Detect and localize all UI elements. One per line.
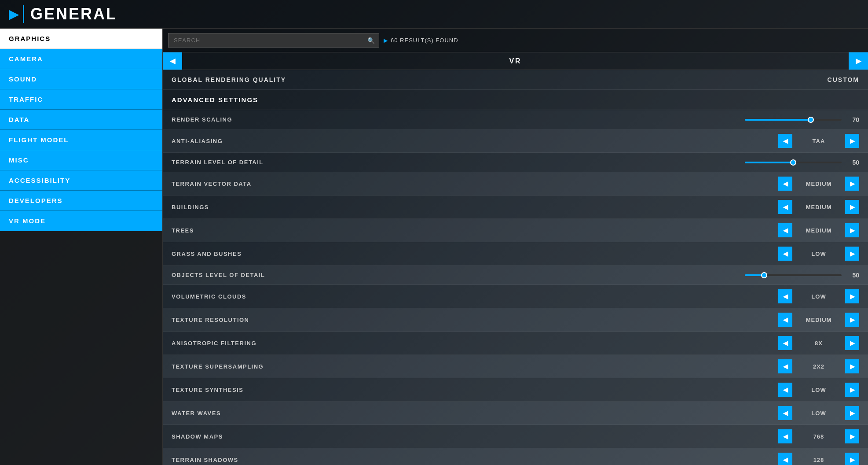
setting-control-render-scaling: 70 xyxy=(348,116,859,123)
sidebar-item-developers[interactable]: DEVELOPERS xyxy=(0,191,162,211)
setting-row-terrain-shadows: TERRAIN SHADOWS ◀ 128 ▶ xyxy=(163,448,868,465)
select-next-aniso-filter[interactable]: ▶ xyxy=(845,336,859,350)
select-prev-anti-aliasing[interactable]: ◀ xyxy=(778,134,792,148)
select-value-terrain-vector: MEDIUM xyxy=(792,181,845,187)
header: ▶ GENERAL xyxy=(0,0,868,29)
setting-row-trees: TREES ◀ MEDIUM ▶ xyxy=(163,219,868,242)
sidebar-item-traffic[interactable]: TRAFFIC xyxy=(0,89,162,110)
select-volumetric-clouds: ◀ LOW ▶ xyxy=(778,289,859,303)
setting-name-buildings: BUILDINGS xyxy=(172,204,348,210)
tab-prev-button[interactable]: ◀ xyxy=(163,52,182,70)
sidebar-item-misc[interactable]: MISC xyxy=(0,150,162,170)
select-value-terrain-shadows: 128 xyxy=(792,457,845,463)
slider-value-render-scaling: 70 xyxy=(846,116,859,123)
setting-control-objects-lod: 50 xyxy=(348,272,859,279)
select-next-buildings[interactable]: ▶ xyxy=(845,200,859,214)
select-value-trees: MEDIUM xyxy=(792,227,845,234)
select-prev-terrain-vector[interactable]: ◀ xyxy=(778,177,792,191)
header-divider xyxy=(23,5,24,23)
select-prev-shadow-maps[interactable]: ◀ xyxy=(778,429,792,443)
setting-control-texture-synth: ◀ LOW ▶ xyxy=(348,383,859,397)
select-prev-volumetric-clouds[interactable]: ◀ xyxy=(778,289,792,303)
select-next-texture-synth[interactable]: ▶ xyxy=(845,383,859,397)
select-prev-grass[interactable]: ◀ xyxy=(778,247,792,261)
select-anti-aliasing: ◀ TAA ▶ xyxy=(778,134,859,148)
select-value-aniso-filter: 8X xyxy=(792,340,845,347)
select-prev-texture-res[interactable]: ◀ xyxy=(778,313,792,327)
select-prev-trees[interactable]: ◀ xyxy=(778,223,792,237)
setting-control-buildings: ◀ MEDIUM ▶ xyxy=(348,200,859,214)
select-texture-synth: ◀ LOW ▶ xyxy=(778,383,859,397)
slider-track-objects-lod[interactable] xyxy=(745,274,842,276)
sidebar-item-flight-model[interactable]: FLIGHT MODEL xyxy=(0,130,162,150)
select-prev-water-waves[interactable]: ◀ xyxy=(778,406,792,420)
slider-track-render-scaling[interactable] xyxy=(745,119,842,121)
select-prev-texture-synth[interactable]: ◀ xyxy=(778,383,792,397)
global-quality-label: GLOBAL RENDERING QUALITY xyxy=(172,76,286,83)
sidebar-item-camera[interactable]: CAMERA xyxy=(0,49,162,69)
setting-control-anti-aliasing: ◀ TAA ▶ xyxy=(348,134,859,148)
setting-row-texture-synth: TEXTURE SYNTHESIS ◀ LOW ▶ xyxy=(163,378,868,402)
search-input[interactable] xyxy=(168,33,379,48)
slider-thumb-objects-lod[interactable] xyxy=(761,272,767,278)
setting-name-anti-aliasing: ANTI-ALIASING xyxy=(172,138,348,144)
select-next-anti-aliasing[interactable]: ▶ xyxy=(845,134,859,148)
select-prev-buildings[interactable]: ◀ xyxy=(778,200,792,214)
sidebar-item-sound[interactable]: SOUND xyxy=(0,69,162,89)
setting-control-trees: ◀ MEDIUM ▶ xyxy=(348,223,859,237)
select-next-texture-res[interactable]: ▶ xyxy=(845,313,859,327)
select-prev-aniso-filter[interactable]: ◀ xyxy=(778,336,792,350)
sidebar-item-data[interactable]: DATA xyxy=(0,110,162,130)
select-terrain-vector: ◀ MEDIUM ▶ xyxy=(778,177,859,191)
setting-name-render-scaling: RENDER SCALING xyxy=(172,116,348,123)
select-value-texture-ss: 2X2 xyxy=(792,363,845,370)
sidebar-item-accessibility[interactable]: ACCESSIBILITY xyxy=(0,170,162,191)
select-prev-terrain-shadows[interactable]: ◀ xyxy=(778,453,792,465)
select-prev-texture-ss[interactable]: ◀ xyxy=(778,359,792,373)
setting-control-grass: ◀ LOW ▶ xyxy=(348,247,859,261)
select-value-buildings: MEDIUM xyxy=(792,204,845,210)
select-trees: ◀ MEDIUM ▶ xyxy=(778,223,859,237)
setting-row-texture-ss: TEXTURE SUPERSAMPLING ◀ 2X2 ▶ xyxy=(163,355,868,378)
setting-name-terrain-lod: TERRAIN LEVEL OF DETAIL xyxy=(172,159,348,166)
page-title: GENERAL xyxy=(30,5,117,23)
setting-name-aniso-filter: ANISOTROPIC FILTERING xyxy=(172,340,348,347)
sidebar-item-vr-mode[interactable]: VR MODE xyxy=(0,211,162,231)
select-next-shadow-maps[interactable]: ▶ xyxy=(845,429,859,443)
setting-row-buildings: BUILDINGS ◀ MEDIUM ▶ xyxy=(163,196,868,219)
setting-row-volumetric-clouds: VOLUMETRIC CLOUDS ◀ LOW ▶ xyxy=(163,285,868,308)
slider-thumb-render-scaling[interactable] xyxy=(808,117,814,123)
select-next-volumetric-clouds[interactable]: ▶ xyxy=(845,289,859,303)
select-next-grass[interactable]: ▶ xyxy=(845,247,859,261)
slider-value-objects-lod: 50 xyxy=(846,272,859,279)
slider-value-terrain-lod: 50 xyxy=(846,159,859,166)
select-next-texture-ss[interactable]: ▶ xyxy=(845,359,859,373)
slider-wrapper-objects-lod: 50 xyxy=(348,272,859,279)
setting-row-grass: GRASS AND BUSHES ◀ LOW ▶ xyxy=(163,242,868,266)
select-next-terrain-shadows[interactable]: ▶ xyxy=(845,453,859,465)
select-buildings: ◀ MEDIUM ▶ xyxy=(778,200,859,214)
select-texture-res: ◀ MEDIUM ▶ xyxy=(778,313,859,327)
setting-row-anti-aliasing: ANTI-ALIASING ◀ TAA ▶ xyxy=(163,129,868,153)
setting-control-terrain-vector: ◀ MEDIUM ▶ xyxy=(348,177,859,191)
search-icon: 🔍 xyxy=(367,37,375,44)
select-terrain-shadows: ◀ 128 ▶ xyxy=(778,453,859,465)
setting-name-texture-ss: TEXTURE SUPERSAMPLING xyxy=(172,363,348,370)
setting-row-aniso-filter: ANISOTROPIC FILTERING ◀ 8X ▶ xyxy=(163,332,868,355)
setting-control-volumetric-clouds: ◀ LOW ▶ xyxy=(348,289,859,303)
select-next-terrain-vector[interactable]: ▶ xyxy=(845,177,859,191)
setting-row-objects-lod: OBJECTS LEVEL OF DETAIL 50 xyxy=(163,266,868,285)
slider-thumb-terrain-lod[interactable] xyxy=(790,159,796,166)
setting-name-texture-res: TEXTURE RESOLUTION xyxy=(172,317,348,323)
select-next-water-waves[interactable]: ▶ xyxy=(845,406,859,420)
setting-name-volumetric-clouds: VOLUMETRIC CLOUDS xyxy=(172,293,348,300)
select-next-trees[interactable]: ▶ xyxy=(845,223,859,237)
slider-track-terrain-lod[interactable] xyxy=(745,162,842,163)
select-shadow-maps: ◀ 768 ▶ xyxy=(778,429,859,443)
select-water-waves: ◀ LOW ▶ xyxy=(778,406,859,420)
right-panel: 🔍 ▶ 60 RESULT(S) FOUND ◀ VR ▶ GLOBAL REN… xyxy=(163,29,868,465)
tab-next-button[interactable]: ▶ xyxy=(849,52,868,70)
setting-row-terrain-lod: TERRAIN LEVEL OF DETAIL 50 xyxy=(163,153,868,172)
select-value-texture-synth: LOW xyxy=(792,387,845,393)
slider-fill-terrain-lod xyxy=(745,162,793,163)
